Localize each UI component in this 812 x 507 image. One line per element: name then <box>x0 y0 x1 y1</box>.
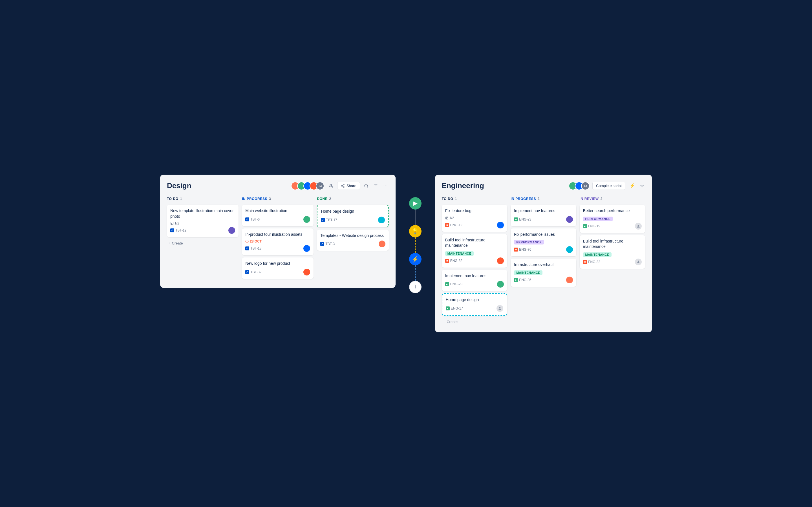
design-board: Design +3 Share <box>160 175 396 288</box>
card-d-ip-1[interactable]: Main website illustration ✓ TBT-6 <box>242 205 313 226</box>
card-e-todo-4[interactable]: Home page design ▸ ENG-17 <box>442 293 507 316</box>
plus-icon: + <box>168 241 170 245</box>
assignee-avatar[interactable] <box>303 269 310 276</box>
design-board-title: Design <box>167 181 192 190</box>
card-e-rev-1[interactable]: Better search performance PERFORMANCE ▸ … <box>580 205 645 233</box>
assignee-avatar[interactable] <box>378 217 385 223</box>
assignee-avatar[interactable] <box>566 277 573 283</box>
engineering-inprogress-count: 3 <box>538 197 540 201</box>
card-e-rev-2[interactable]: Build tool infrastructure maintenance MA… <box>580 235 645 269</box>
svg-line-6 <box>342 186 343 186</box>
maintenance-tag: MAINTENANCE <box>583 252 612 257</box>
card-meta: ■ ENG-12 <box>445 222 504 228</box>
design-inprogress-column: IN PROGRESS 3 Main website illustration … <box>242 196 313 281</box>
card-e-ip-2[interactable]: Fix performance issues PERFORMANCE ■ ENG… <box>511 228 576 257</box>
card-title: New logo for new product <box>245 261 310 267</box>
complete-sprint-button[interactable]: Complete sprint <box>592 182 625 190</box>
design-todo-count: 1 <box>180 197 182 201</box>
assignee-avatar[interactable] <box>635 223 642 230</box>
card-meta: ✓ TBT-17 <box>321 217 385 223</box>
assignee-avatar[interactable] <box>635 259 642 265</box>
design-todo-create-button[interactable]: + Create <box>167 239 239 247</box>
card-title: New template illustration main cover pho… <box>170 208 235 219</box>
maintenance-tag: MAINTENANCE <box>445 251 474 256</box>
search-button[interactable] <box>363 182 370 189</box>
engineering-inreview-title: IN REVIEW <box>580 197 599 201</box>
ticket-type-icon: ✓ <box>320 242 324 246</box>
assignee-avatar[interactable] <box>497 258 504 264</box>
ticket-type-icon: ✓ <box>321 218 325 222</box>
svg-line-9 <box>367 187 368 187</box>
timeline-node-add[interactable]: + <box>409 281 421 293</box>
card-d-done-2[interactable]: Templates - Website design process ✓ TBT… <box>317 230 389 251</box>
card-meta: ✓ TBT-32 <box>245 269 310 276</box>
card-d-ip-3[interactable]: New logo for new product ✓ TBT-32 <box>242 258 313 279</box>
assignee-avatar[interactable] <box>303 216 310 223</box>
card-e-todo-2[interactable]: Build tool infrastructure maintenance MA… <box>442 234 507 268</box>
engineering-inreview-count: 2 <box>601 197 603 201</box>
ticket-type-icon: ▸ <box>445 282 449 286</box>
svg-point-22 <box>499 307 501 308</box>
share-button[interactable]: Share <box>337 182 360 190</box>
engineering-columns: TO DO 1 Fix feature bug 1/2 ■ ENG-12 <box>442 196 645 326</box>
ticket-type-icon: ▸ <box>514 217 518 221</box>
engineering-todo-create-button[interactable]: + Create <box>442 318 507 326</box>
performance-tag: PERFORMANCE <box>583 217 613 221</box>
svg-point-24 <box>638 261 639 262</box>
card-title: Infrastructure overhaul <box>514 262 573 268</box>
card-meta: ■ ENG-32 <box>445 258 504 264</box>
timeline-node-green[interactable]: ▶ <box>409 197 421 210</box>
design-header-right: +3 Share ⋯ <box>291 182 389 190</box>
assignee-avatar[interactable] <box>497 281 504 288</box>
ticket-type-icon: ✓ <box>245 246 249 250</box>
svg-point-3 <box>343 184 345 185</box>
card-d-done-1[interactable]: Home page design ✓ TBT-17 <box>317 205 389 227</box>
engineering-board-header: Engineering +3 Complete sprint ⚡ ☆ <box>442 181 645 190</box>
assignee-avatar[interactable] <box>497 222 504 228</box>
avatar-count[interactable]: +3 <box>581 182 590 190</box>
design-done-column: DONE 2 Home page design ✓ TBT-17 Templat… <box>317 196 389 281</box>
svg-rect-13 <box>170 222 173 225</box>
card-e-ip-1[interactable]: Implement nav features ▸ ENG-23 <box>511 205 576 226</box>
card-d-todo-1[interactable]: New template illustration main cover pho… <box>167 205 239 237</box>
filter-button[interactable] <box>372 182 379 189</box>
engineering-todo-count: 1 <box>455 197 457 201</box>
avatar-count[interactable]: +3 <box>316 182 324 190</box>
card-meta: ▸ ENG-23 <box>445 281 504 288</box>
engineering-inreview-column: IN REVIEW 2 Better search performance PE… <box>580 196 645 326</box>
card-e-todo-1[interactable]: Fix feature bug 1/2 ■ ENG-12 <box>442 205 507 232</box>
lightning-button[interactable]: ⚡ <box>628 182 636 189</box>
boards-container: Design +3 Share <box>160 175 652 332</box>
assignee-avatar[interactable] <box>566 246 573 253</box>
engineering-board-title: Engineering <box>442 181 484 190</box>
engineering-inprogress-title: IN PROGRESS <box>511 197 536 201</box>
assignee-avatar[interactable] <box>378 240 386 247</box>
more-button[interactable]: ⋯ <box>382 182 389 189</box>
card-meta: ✓ TBT-12 <box>170 227 235 234</box>
ticket-id: ✓ TBT-18 <box>245 246 261 250</box>
timeline-node-yellow[interactable]: 💡 <box>409 225 421 237</box>
assignee-avatar[interactable] <box>229 227 235 234</box>
create-label: Create <box>447 320 458 324</box>
svg-point-8 <box>364 184 368 187</box>
timeline-node-blue[interactable]: ⚡ <box>409 253 421 265</box>
ticket-type-icon: ✓ <box>170 228 174 232</box>
assignee-avatar[interactable] <box>566 216 573 223</box>
assignee-avatar[interactable] <box>497 305 503 312</box>
card-e-todo-3[interactable]: Implement nav features ▸ ENG-23 <box>442 270 507 291</box>
card-e-ip-3[interactable]: Infrastructure overhaul MAINTENANCE ▸ EN… <box>511 259 576 287</box>
card-title: Implement nav features <box>445 273 504 279</box>
design-columns: TO DO 1 New template illustration main c… <box>167 196 389 281</box>
card-title: Build tool infrastructure maintenance <box>583 238 642 249</box>
complete-sprint-label: Complete sprint <box>596 184 622 188</box>
performance-tag: PERFORMANCE <box>514 240 544 244</box>
star-button[interactable]: ☆ <box>639 182 645 189</box>
add-member-button[interactable] <box>327 182 335 189</box>
assignee-avatar[interactable] <box>303 245 310 252</box>
card-title: Home page design <box>446 297 503 303</box>
card-meta: ✓ TBT-3 <box>320 240 385 247</box>
card-d-ip-2[interactable]: In-product tour illustration assets 28 O… <box>242 228 313 256</box>
create-label: Create <box>172 241 183 245</box>
ticket-type-icon: ■ <box>445 259 449 263</box>
card-title: Templates - Website design process <box>320 233 385 238</box>
